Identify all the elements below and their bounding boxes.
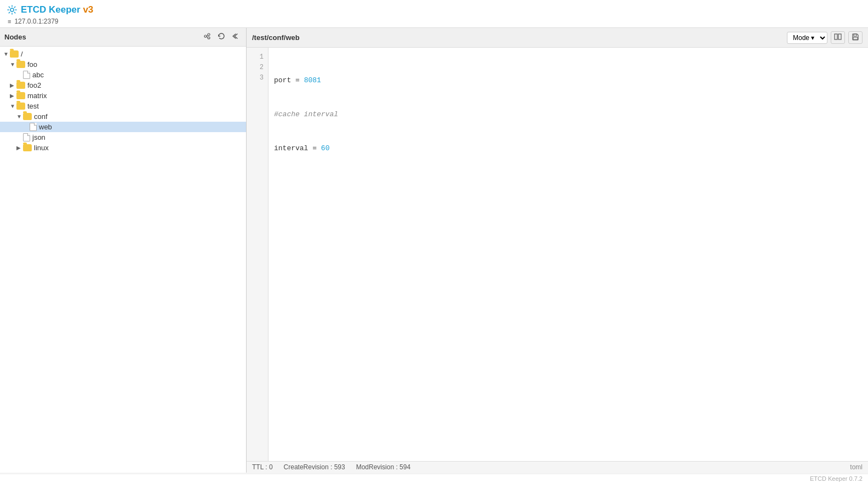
- ttl-label: TTL: [252, 463, 264, 471]
- folder-icon-root: [10, 50, 19, 58]
- tree-item-linux[interactable]: linux: [0, 143, 246, 153]
- split-view-button[interactable]: [831, 31, 845, 44]
- ttl-status: TTL : 0: [252, 463, 273, 471]
- tree-arrow-root: [3, 51, 10, 57]
- code-line-2: #cache interval: [274, 109, 863, 121]
- tree-item-foo2[interactable]: foo2: [0, 80, 246, 90]
- code-line-3: interval = 60: [274, 143, 863, 155]
- tree-item-matrix[interactable]: matrix: [0, 90, 246, 101]
- line-number-3: 3: [247, 73, 268, 83]
- svg-line-4: [207, 35, 208, 36]
- mod-revision-label: ModRevision: [356, 463, 394, 471]
- tree-item-json[interactable]: json: [0, 132, 246, 143]
- folder-icon-linux: [23, 144, 32, 151]
- app-footer: ETCD Keeper 0.7.2: [0, 474, 868, 483]
- folder-icon-conf: [23, 113, 32, 120]
- file-type-label: toml: [850, 463, 863, 471]
- save-icon: [852, 33, 859, 41]
- file-icon-web: [30, 123, 37, 131]
- file-icon-abc: [23, 71, 30, 79]
- app-header: ETCD Keeper v3 ≡ 127.0.0.1:2379: [0, 0, 868, 28]
- tree-label-linux: linux: [34, 144, 49, 152]
- svg-line-5: [207, 37, 208, 38]
- tree-item-conf[interactable]: conf: [0, 111, 246, 122]
- app-title: ETCD Keeper v3: [21, 4, 93, 15]
- code-line-1: port = 8081: [274, 75, 863, 87]
- create-revision-label: CreateRevision: [284, 463, 329, 471]
- tree-label-test: test: [27, 102, 39, 110]
- tree-arrow-foo: [10, 61, 16, 67]
- tree-label-json: json: [32, 133, 45, 141]
- mode-dropdown[interactable]: Mode ▾ toml json yaml text: [787, 32, 827, 44]
- status-right: toml: [850, 463, 863, 471]
- folder-icon-foo: [16, 61, 25, 68]
- tree-label-conf: conf: [34, 112, 48, 121]
- svg-rect-7: [838, 34, 841, 39]
- gear-icon: [7, 4, 18, 15]
- folder-icon-test: [16, 103, 25, 110]
- ttl-value: 0: [269, 463, 273, 471]
- refresh-icon: [218, 32, 225, 40]
- tree-label-abc: abc: [32, 71, 44, 79]
- tree-label-foo: foo: [27, 60, 37, 69]
- tree-label-web: web: [39, 123, 52, 131]
- tree-item-abc[interactable]: abc: [0, 70, 246, 80]
- app-title-row: ETCD Keeper v3: [7, 4, 861, 15]
- connect-button[interactable]: [201, 31, 213, 43]
- tree-label-root: /: [21, 50, 23, 58]
- tree-arrow-conf: [16, 113, 23, 120]
- tree-container: / foo abc foo2: [0, 47, 246, 473]
- tree-item-foo[interactable]: foo: [0, 59, 246, 70]
- create-revision-value: 593: [334, 463, 345, 471]
- nodes-panel: Nodes: [0, 28, 247, 473]
- ttl-colon: :: [265, 463, 269, 471]
- code-val-1: 8081: [304, 76, 321, 84]
- server-address: 127.0.0.1:2379: [14, 18, 58, 25]
- split-icon: [834, 33, 842, 41]
- svg-point-3: [208, 37, 210, 39]
- code-content[interactable]: port = 8081 #cache interval interval = 6…: [269, 48, 868, 461]
- line-number-2: 2: [247, 62, 268, 73]
- collapse-icon: [232, 32, 239, 40]
- server-icon: ≡: [8, 18, 11, 25]
- editor-toolbar-right: Mode ▾ toml json yaml text: [787, 31, 863, 44]
- connect-icon: [203, 32, 211, 40]
- collapse-button[interactable]: [230, 31, 242, 43]
- line-numbers: 1 2 3: [247, 48, 269, 461]
- mod-revision-status: ModRevision : 594: [356, 463, 410, 471]
- line-number-1: 1: [247, 52, 268, 62]
- tree-label-foo2: foo2: [27, 81, 41, 89]
- tree-label-matrix: matrix: [27, 92, 47, 100]
- code-key-3: interval: [274, 144, 308, 152]
- svg-point-2: [208, 33, 210, 36]
- refresh-button[interactable]: [215, 31, 227, 43]
- app-version: ETCD Keeper 0.7.2: [810, 475, 863, 482]
- code-key-1: port: [274, 76, 291, 84]
- create-revision-colon: :: [330, 463, 334, 471]
- mod-revision-value: 594: [399, 463, 410, 471]
- nodes-title: Nodes: [4, 33, 26, 41]
- nodes-header: Nodes: [0, 28, 246, 47]
- main-layout: Nodes: [0, 28, 868, 473]
- code-area: 1 2 3 port = 8081 #cache interval interv…: [247, 48, 868, 461]
- tree-arrow-foo2: [10, 82, 16, 88]
- server-row: ≡ 127.0.0.1:2379: [7, 18, 861, 25]
- save-button[interactable]: [848, 31, 863, 44]
- folder-icon-foo2: [16, 82, 25, 89]
- svg-point-1: [204, 35, 207, 37]
- editor-path: /test/conf/web: [252, 33, 300, 42]
- tree-item-web[interactable]: web: [0, 122, 246, 132]
- svg-point-0: [10, 8, 14, 12]
- tree-arrow-matrix: [10, 93, 16, 99]
- folder-icon-matrix: [16, 92, 25, 99]
- code-comment-2: #cache interval: [274, 110, 338, 118]
- tree-item-test[interactable]: test: [0, 101, 246, 111]
- file-icon-json: [23, 133, 30, 141]
- tree-arrow-linux: [16, 145, 23, 151]
- code-eq-1: =: [291, 76, 304, 84]
- editor-panel: /test/conf/web Mode ▾ toml json yaml tex…: [247, 28, 868, 473]
- tree-item-root[interactable]: /: [0, 49, 246, 59]
- code-val-3: 60: [321, 144, 330, 152]
- status-left: TTL : 0 CreateRevision : 593 ModRevision…: [252, 463, 410, 471]
- tree-arrow-test: [10, 103, 16, 109]
